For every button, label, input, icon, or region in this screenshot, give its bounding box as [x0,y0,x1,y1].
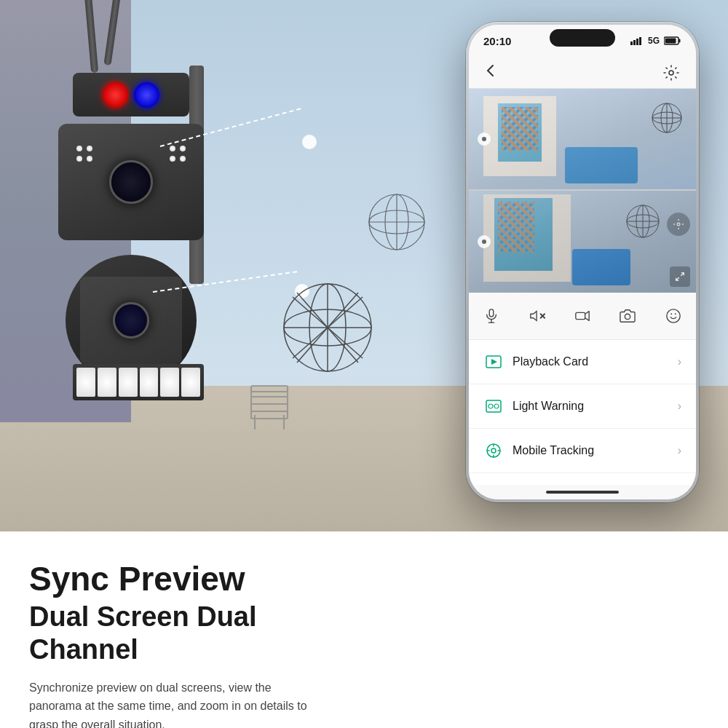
camera-display-area [44,44,277,480]
flood-led [140,368,159,397]
led-dot [170,156,175,162]
mobile-tracking-label: Mobile Tracking [513,444,678,457]
mute-button[interactable] [524,303,550,329]
menu-item-playback[interactable]: Playback Card › [469,340,696,384]
led-dot [180,146,186,151]
phone-screen: 20:10 5G [469,25,696,499]
light-warning-label: Light Warning [513,400,678,413]
led-dot [76,156,82,162]
camera-feed-area [469,89,696,293]
bottom-camera-housing [66,255,197,386]
feed-bottom [469,191,696,293]
warning-light-blue [134,82,159,108]
svg-rect-29 [665,39,676,44]
feed-point-top [478,132,491,146]
svg-point-59 [494,404,499,408]
main-container: 20:10 5G [0,0,728,728]
flood-led [160,368,179,397]
text-content: Sync Preview Dual Screen Dual Channel Sy… [29,553,364,728]
geo-sphere-large [277,277,379,379]
phone-mockup: 20:10 5G [466,22,699,502]
flood-led [181,368,200,397]
feed-sphere-bottom [623,202,663,242]
snapshot-button[interactable] [614,303,641,329]
svg-point-58 [488,404,493,408]
phone-frame: 20:10 5G [466,22,699,502]
tracking-chevron: › [678,444,681,457]
status-time: 20:10 [483,35,511,47]
menu-item-tracking[interactable]: Mobile Tracking › [469,429,696,473]
svg-point-52 [667,309,680,323]
status-icons: 5G [630,36,681,46]
battery-icon [664,36,681,45]
svg-rect-23 [630,41,633,45]
feed-settings-overlay[interactable] [667,213,690,236]
camera-body [44,44,233,451]
svg-point-61 [491,448,496,453]
microphone-button[interactable] [478,303,505,329]
svg-marker-56 [491,359,497,365]
top-camera-lens-area [73,138,189,226]
flood-led [98,368,116,397]
app-nav-bar [469,57,696,89]
playback-icon [483,352,504,372]
warning-light-module [73,73,189,116]
light-chevron: › [678,400,681,413]
svg-rect-28 [679,39,681,43]
menu-items-list: Playback Card › [469,340,696,485]
svg-rect-44 [489,309,494,317]
top-camera-lens [109,160,153,204]
title-sub: Dual Screen Dual Channel [29,601,364,667]
svg-rect-50 [576,312,585,319]
feed-fullscreen-button[interactable] [670,266,690,287]
svg-line-42 [681,273,684,276]
back-button[interactable] [483,63,498,82]
feed-top [469,89,696,191]
phone-notch [550,29,615,47]
svg-point-41 [677,223,680,226]
camera-controls-bar [469,293,696,340]
playback-chevron: › [678,355,681,368]
home-indicator-bar [546,491,619,494]
led-dot [76,146,82,151]
feed-sphere-top [649,100,685,136]
description-text: Synchronize preview on dual screens, vie… [29,678,320,728]
led-dot [87,156,92,162]
svg-line-43 [676,277,679,280]
signal-icon [630,36,644,45]
home-indicator [469,485,696,499]
tracking-dot-top [302,135,317,149]
svg-marker-47 [530,312,536,321]
bottom-camera-lens [113,302,149,339]
settings-button[interactable] [661,63,681,83]
feed-point-bottom [478,235,491,248]
network-label: 5G [648,36,660,46]
geo-sphere-small [364,189,430,255]
warning-light-red [103,82,128,108]
top-section: 20:10 5G [0,0,728,531]
top-camera-module [58,124,204,240]
mobile-tracking-icon [483,440,504,461]
led-dot [180,156,186,162]
playback-label: Playback Card [513,355,678,368]
title-main: Sync Preview [29,561,364,598]
flood-led [119,368,138,397]
led-dot [170,146,175,151]
svg-rect-18 [251,411,288,419]
bottom-camera-module [66,255,211,400]
svg-rect-22 [251,386,288,392]
record-button[interactable] [569,303,596,329]
svg-rect-26 [639,37,641,45]
flood-led [76,368,95,397]
light-warning-icon [483,396,504,416]
outdoor-chair [248,371,306,430]
svg-rect-25 [636,39,638,45]
svg-point-51 [625,314,630,319]
flood-lights [73,364,204,400]
svg-point-30 [669,71,673,75]
led-dot [87,146,92,151]
bottom-section: Sync Preview Dual Screen Dual Channel Sy… [0,531,728,728]
face-button[interactable] [660,303,687,329]
menu-item-light[interactable]: Light Warning › [469,384,696,429]
svg-rect-24 [633,40,636,45]
